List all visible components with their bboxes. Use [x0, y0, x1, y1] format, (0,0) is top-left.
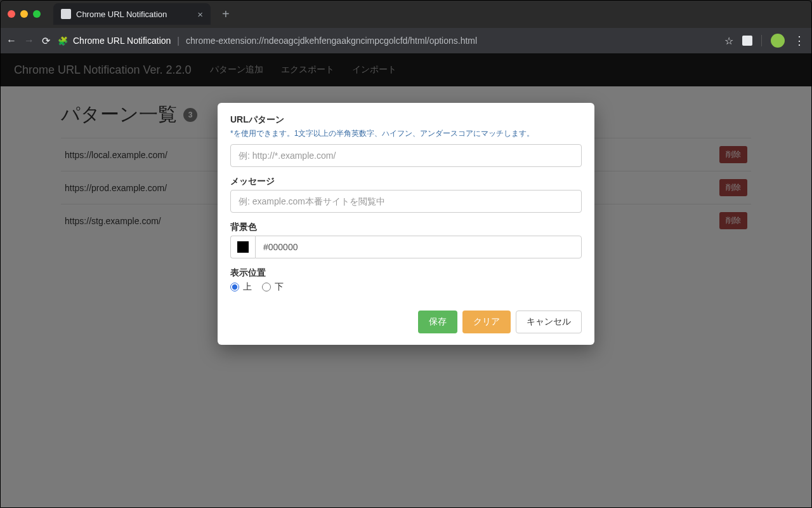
- browser-tab[interactable]: Chrome URL Notification ×: [53, 3, 211, 25]
- clear-button[interactable]: クリア: [462, 311, 511, 333]
- position-label: 表示位置: [230, 267, 582, 279]
- position-top-radio[interactable]: 上: [230, 281, 252, 293]
- window-titlebar: Chrome URL Notification × +: [0, 0, 812, 28]
- bgcolor-input[interactable]: [255, 236, 582, 258]
- extension-icon: 🧩: [58, 36, 68, 46]
- bookmark-star-icon[interactable]: ☆: [724, 35, 733, 47]
- url-pattern-label: URLパターン: [230, 114, 582, 126]
- tab-close-icon[interactable]: ×: [197, 9, 203, 20]
- position-top-input[interactable]: [230, 283, 239, 291]
- bgcolor-label: 背景色: [230, 222, 582, 233]
- message-label: メッセージ: [230, 176, 582, 187]
- favicon-icon: [61, 9, 71, 19]
- url-pattern-help: *を使用できます。1文字以上の半角英数字、ハイフン、アンダースコアにマッチします…: [230, 128, 582, 139]
- back-icon[interactable]: ←: [6, 35, 16, 46]
- browser-toolbar: ← → ⟳ 🧩 Chrome URL Notification | chrome…: [0, 28, 812, 53]
- position-bottom-input[interactable]: [262, 283, 271, 291]
- color-swatch-icon: [237, 241, 249, 253]
- pattern-form-modal: URLパターン *を使用できます。1文字以上の半角英数字、ハイフン、アンダースコ…: [218, 103, 594, 345]
- url-pattern-input[interactable]: [230, 144, 582, 167]
- extension-action-icon[interactable]: [742, 36, 752, 46]
- bgcolor-swatch-addon[interactable]: [230, 236, 255, 258]
- position-bottom-radio[interactable]: 下: [262, 281, 284, 293]
- reload-icon[interactable]: ⟳: [42, 35, 50, 47]
- omnibar-title: Chrome URL Notification: [73, 36, 171, 46]
- window-close-icon[interactable]: [8, 10, 15, 18]
- save-button[interactable]: 保存: [418, 311, 457, 333]
- profile-avatar[interactable]: [771, 34, 785, 48]
- cancel-button[interactable]: キャンセル: [516, 311, 582, 333]
- omnibar[interactable]: 🧩 Chrome URL Notification | chrome-exten…: [58, 36, 717, 46]
- traffic-lights: [8, 10, 41, 18]
- tab-title: Chrome URL Notification: [76, 10, 167, 19]
- forward-icon: →: [24, 35, 34, 46]
- browser-menu-icon[interactable]: ⋮: [794, 34, 806, 48]
- message-input[interactable]: [230, 190, 582, 213]
- omnibar-url: chrome-extension://ndeoagcjdkehfengaakgn…: [186, 36, 477, 46]
- window-zoom-icon[interactable]: [33, 10, 41, 18]
- window-minimize-icon[interactable]: [20, 10, 28, 18]
- new-tab-button[interactable]: +: [222, 8, 230, 20]
